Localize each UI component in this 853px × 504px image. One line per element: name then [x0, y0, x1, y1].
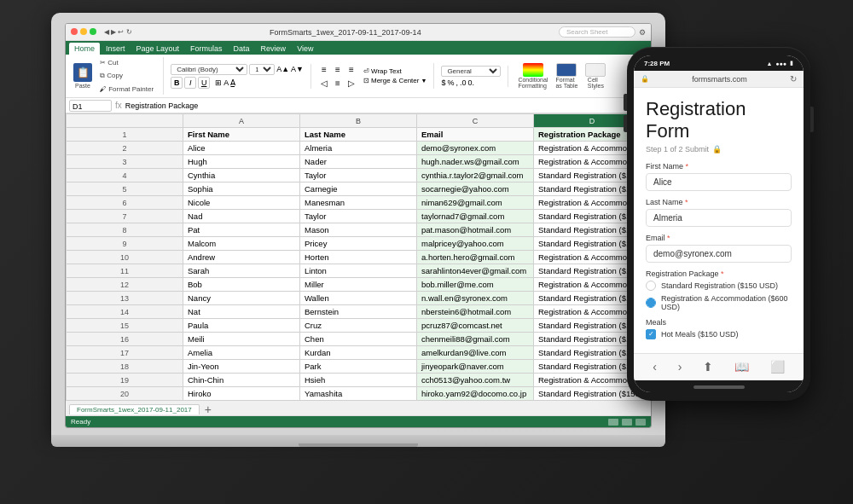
- cell[interactable]: Cynthia: [183, 169, 300, 182]
- tab-view[interactable]: View: [292, 43, 318, 55]
- last-name-input[interactable]: Almeria: [646, 209, 792, 227]
- number-format-select[interactable]: General: [441, 66, 501, 77]
- cell[interactable]: Chen: [300, 333, 417, 346]
- cell[interactable]: sarahlinton4ever@gmail.com: [417, 264, 534, 278]
- cell[interactable]: Taylor: [300, 169, 417, 182]
- paste-btn[interactable]: 📋 Paste: [71, 61, 95, 90]
- cell[interactable]: Sarah: [183, 264, 300, 278]
- cell[interactable]: Hiroko: [183, 387, 300, 401]
- home-bar[interactable]: [693, 385, 745, 389]
- cell[interactable]: n.wall.en@syronex.com: [417, 292, 534, 305]
- header-email[interactable]: Email: [417, 128, 534, 142]
- nav-back-icon[interactable]: ‹: [653, 360, 657, 374]
- tab-insert[interactable]: Insert: [101, 43, 131, 55]
- align-center[interactable]: ≡: [332, 77, 344, 89]
- cell[interactable]: hiroko.yam92@docomo.co.jp: [417, 387, 534, 401]
- cell[interactable]: Kurdan: [300, 346, 417, 360]
- tab-data[interactable]: Data: [229, 43, 255, 55]
- meals-checkbox[interactable]: [646, 329, 656, 339]
- cell[interactable]: Almeria: [300, 142, 417, 155]
- font-name-select[interactable]: Calibri (Body): [171, 64, 247, 75]
- bold-btn[interactable]: B: [171, 77, 183, 89]
- radio-accommodation[interactable]: [646, 298, 656, 308]
- cell[interactable]: Linton: [300, 264, 417, 278]
- tab-formulas[interactable]: Formulas: [185, 43, 228, 55]
- cell[interactable]: Chin-Chin: [183, 374, 300, 387]
- radio-option-standard[interactable]: Standard Registration ($150 USD): [646, 281, 792, 291]
- cell[interactable]: pat.mason@hotmail.com: [417, 223, 534, 237]
- cell[interactable]: Yamashita: [300, 387, 417, 401]
- merge-center-btn[interactable]: ⊡Merge & Center ▼: [363, 77, 426, 84]
- currency-btn[interactable]: $: [441, 78, 445, 87]
- cell[interactable]: Hugh: [183, 155, 300, 169]
- align-top-right[interactable]: ≡: [345, 63, 357, 75]
- checkbox-hot-meals[interactable]: Hot Meals ($150 USD): [646, 329, 792, 339]
- cell[interactable]: Pricey: [300, 237, 417, 251]
- cell[interactable]: Park: [300, 360, 417, 374]
- email-input[interactable]: demo@syronex.com: [646, 245, 792, 263]
- cell[interactable]: Nat: [183, 305, 300, 319]
- cell[interactable]: Nancy: [183, 292, 300, 305]
- view-page-layout-icon[interactable]: [622, 419, 632, 426]
- cell[interactable]: jinyeopark@naver.com: [417, 360, 534, 374]
- cell[interactable]: demo@syronex.com: [417, 142, 534, 155]
- font-size-increase[interactable]: A▲: [276, 65, 289, 73]
- nav-share-icon[interactable]: ⬆: [703, 360, 713, 374]
- radio-standard[interactable]: [646, 281, 656, 291]
- close-btn[interactable]: [71, 28, 78, 35]
- align-right[interactable]: ▷: [345, 77, 357, 89]
- cell[interactable]: hugh.nader.ws@gmail.com: [417, 155, 534, 169]
- cell[interactable]: Manesman: [300, 196, 417, 210]
- cell-reference[interactable]: D1: [69, 100, 112, 112]
- cut-btn[interactable]: ✂ Cut: [97, 57, 156, 68]
- font-color-btn[interactable]: A̲: [230, 78, 235, 87]
- cell[interactable]: Nad: [183, 210, 300, 223]
- border-btn[interactable]: ⊞: [215, 78, 222, 87]
- align-left[interactable]: ◁: [318, 77, 330, 89]
- tab-home[interactable]: Home: [69, 43, 100, 55]
- cell[interactable]: Wallen: [300, 292, 417, 305]
- cell[interactable]: chenmeili88@gmail.com: [417, 333, 534, 346]
- cell[interactable]: Bernstein: [300, 305, 417, 319]
- cell[interactable]: Taylor: [300, 210, 417, 223]
- nav-tabs-icon[interactable]: ⬜: [770, 360, 785, 374]
- cell[interactable]: Horten: [300, 251, 417, 264]
- first-name-input[interactable]: Alice: [646, 173, 792, 191]
- align-top-left[interactable]: ≡: [318, 63, 330, 75]
- cell-styles-btn[interactable]: CellStyles: [583, 61, 608, 90]
- fill-color-btn[interactable]: A: [223, 78, 229, 87]
- col-header-a[interactable]: A: [183, 114, 300, 128]
- cell[interactable]: pcruz87@comcast.net: [417, 319, 534, 333]
- cell[interactable]: Malcom: [183, 237, 300, 251]
- format-as-table-btn[interactable]: Formatas Table: [553, 61, 580, 90]
- align-top-center[interactable]: ≡: [332, 63, 344, 75]
- cell[interactable]: Bob: [183, 278, 300, 292]
- sheet-tab-main[interactable]: FormSmarts_1wex_2017-09-11_2017: [69, 404, 200, 414]
- tab-page-layout[interactable]: Page Layout: [131, 43, 185, 55]
- decimal-decrease-btn[interactable]: 0.: [467, 78, 474, 87]
- font-size-decrease[interactable]: A▼: [291, 65, 304, 73]
- decimal-increase-btn[interactable]: .0: [460, 78, 467, 87]
- cell[interactable]: socarnegie@yahoo.com: [417, 182, 534, 196]
- cell[interactable]: Nicole: [183, 196, 300, 210]
- refresh-icon[interactable]: ↻: [790, 74, 797, 84]
- font-size-select[interactable]: 12: [249, 64, 275, 75]
- view-normal-icon[interactable]: [608, 419, 618, 426]
- view-page-break-icon[interactable]: [635, 419, 646, 426]
- cell[interactable]: Carnegie: [300, 182, 417, 196]
- conditional-formatting-btn[interactable]: ConditionalFormatting: [515, 61, 550, 90]
- cell[interactable]: Paula: [183, 319, 300, 333]
- col-header-c[interactable]: C: [417, 114, 534, 128]
- format-painter-btn[interactable]: 🖌 Format Painter: [97, 84, 156, 95]
- cell[interactable]: amelkurdan9@live.com: [417, 346, 534, 360]
- search-input[interactable]: Search Sheet: [559, 26, 635, 38]
- browser-url[interactable]: formsmarts.com: [653, 75, 786, 84]
- col-header-b[interactable]: B: [300, 114, 417, 128]
- italic-btn[interactable]: I: [184, 77, 196, 89]
- cell[interactable]: Sophia: [183, 182, 300, 196]
- cell[interactable]: nberstein6@hotmail.com: [417, 305, 534, 319]
- cell[interactable]: Nader: [300, 155, 417, 169]
- col-header-rownum[interactable]: [67, 114, 183, 128]
- minimize-btn[interactable]: [80, 28, 87, 35]
- add-sheet-btn[interactable]: +: [201, 403, 215, 415]
